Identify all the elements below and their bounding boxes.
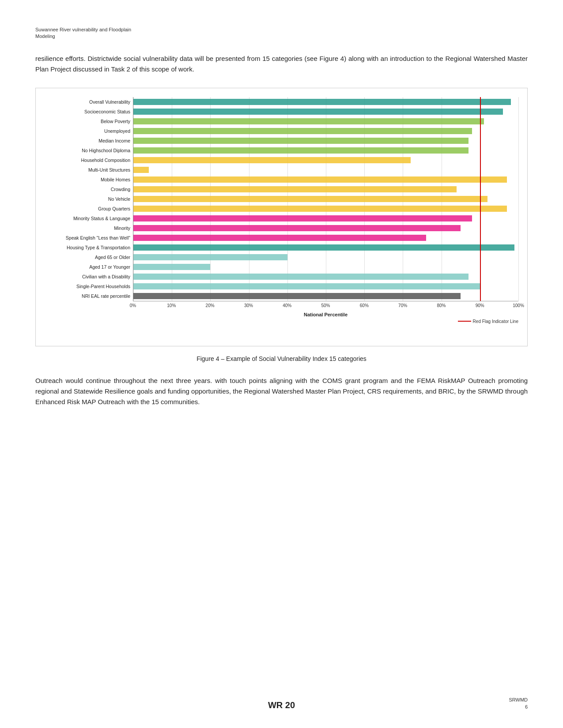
bar-row-20 [133, 291, 518, 301]
x-label-2: 20% [204, 303, 217, 308]
y-label-5: No Highschool Diploma [82, 146, 133, 155]
bar-row-16 [133, 252, 518, 262]
bar-5 [133, 147, 469, 154]
bar-1 [133, 109, 503, 115]
bar-row-11 [133, 204, 518, 214]
bar-18 [133, 274, 469, 280]
bar-row-0 [133, 97, 518, 107]
bar-row-19 [133, 281, 518, 291]
x-axis-title: National Percentile [133, 312, 518, 317]
y-label-4: Median Income [98, 136, 133, 146]
y-label-20: NRI EAL rate percentile [82, 291, 133, 301]
y-label-1: Socioeconomic Status [84, 107, 133, 116]
header-line2: Modeling [35, 34, 55, 39]
bar-7 [133, 167, 149, 173]
y-label-16: Aged 65 or Older [95, 252, 133, 262]
bar-row-9 [133, 184, 518, 194]
bar-0 [133, 99, 511, 105]
y-label-19: Single-Parent Households [76, 281, 133, 291]
bar-row-7 [133, 165, 518, 175]
page: Suwannee River vulnerability and Floodpl… [0, 0, 563, 728]
bar-8 [133, 176, 507, 183]
page-footer: WR 20 SRWMD 6 [0, 700, 563, 710]
y-label-9: Crowding [111, 184, 133, 194]
y-label-8: Mobile Homes [101, 175, 133, 184]
y-label-10: No Vehicle [108, 194, 133, 204]
header-line1: Suwannee River vulnerability and Floodpl… [35, 27, 131, 32]
legend-area: Red Flag Indicator Line [133, 319, 518, 324]
bar-3 [133, 128, 472, 134]
chart-container: Overall VulnerabilitySocioeconomic Statu… [35, 88, 528, 346]
red-flag-indicator-line [480, 97, 481, 301]
bar-row-12 [133, 214, 518, 223]
x-label-5: 50% [319, 303, 333, 308]
bar-row-1 [133, 107, 518, 116]
chart-area: Overall VulnerabilitySocioeconomic Statu… [45, 97, 518, 301]
footer-page-num2: 6 [525, 704, 528, 709]
x-label-9: 90% [473, 303, 487, 308]
legend-label: Red Flag Indicator Line [473, 319, 518, 324]
y-label-2: Below Poverty [101, 116, 133, 126]
y-label-18: Civilian with a Disability [82, 272, 133, 281]
bar-row-18 [133, 272, 518, 281]
x-label-8: 80% [435, 303, 448, 308]
x-label-0: 0% [126, 303, 140, 308]
y-label-14: Speak English "Less than Well" [66, 233, 133, 243]
x-label-3: 30% [242, 303, 255, 308]
bar-19 [133, 283, 480, 289]
intro-paragraph: resilience efforts. Districtwide social … [35, 53, 528, 75]
y-axis-labels: Overall VulnerabilitySocioeconomic Statu… [45, 97, 133, 301]
bar-row-8 [133, 175, 518, 184]
footer-page-number: WR 20 [268, 700, 295, 710]
bar-row-14 [133, 233, 518, 243]
y-label-3: Unemployed [104, 126, 133, 136]
outreach-paragraph: Outreach would continue throughout the n… [35, 375, 528, 407]
x-label-4: 40% [280, 303, 294, 308]
y-label-15: Housing Type & Transportation [67, 243, 133, 252]
bar-row-15 [133, 243, 518, 252]
footer-org-name: SRWMD [509, 697, 528, 702]
x-label-1: 10% [165, 303, 178, 308]
bar-13 [133, 225, 461, 231]
x-label-10: 100% [512, 303, 525, 308]
y-label-17: Aged 17 or Younger [89, 262, 133, 272]
x-label-7: 70% [396, 303, 409, 308]
bar-20 [133, 293, 461, 299]
footer-org: SRWMD 6 [509, 697, 528, 710]
bar-16 [133, 254, 287, 260]
y-label-13: Minority [114, 223, 133, 233]
bar-14 [133, 235, 426, 241]
bar-15 [133, 244, 514, 251]
bar-17 [133, 264, 210, 270]
y-label-7: Multi-Unit Structures [88, 165, 133, 175]
x-axis-labels: 0%10%20%30%40%50%60%70%80%90%100% [133, 303, 518, 311]
y-label-12: Minority Status & Language [73, 214, 133, 223]
bar-row-10 [133, 194, 518, 204]
bar-row-3 [133, 126, 518, 136]
figure-caption: Figure 4 – Example of Social Vulnerabili… [35, 355, 528, 362]
bar-4 [133, 138, 469, 144]
bar-6 [133, 157, 411, 163]
bar-row-6 [133, 155, 518, 165]
bar-row-4 [133, 136, 518, 146]
bar-row-13 [133, 223, 518, 233]
x-label-6: 60% [358, 303, 371, 308]
y-label-0: Overall Vulnerability [89, 97, 133, 107]
bar-9 [133, 186, 457, 192]
bar-row-17 [133, 262, 518, 272]
y-label-11: Group Quarters [98, 204, 133, 214]
page-header: Suwannee River vulnerability and Floodpl… [35, 26, 528, 40]
bar-12 [133, 215, 472, 221]
bar-2 [133, 118, 484, 124]
legend-red-line [458, 321, 471, 322]
bar-row-5 [133, 146, 518, 155]
bars-area [133, 97, 518, 301]
bar-11 [133, 206, 507, 212]
y-label-6: Household Composition [81, 155, 133, 165]
bar-row-2 [133, 116, 518, 126]
bar-10 [133, 196, 487, 202]
